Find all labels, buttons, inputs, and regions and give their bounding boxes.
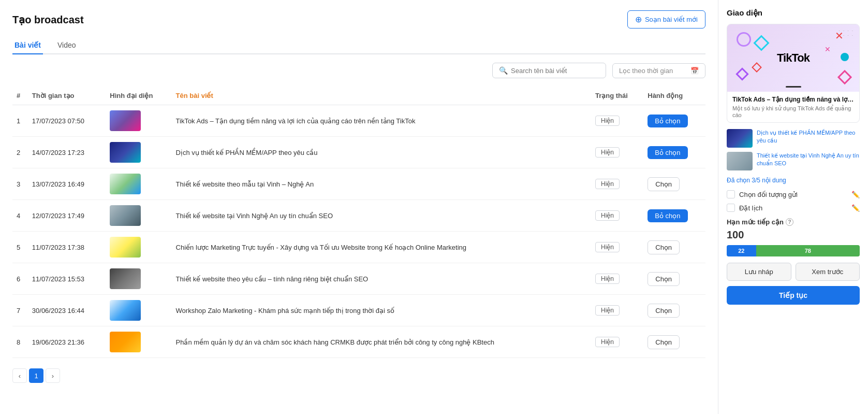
cell-thumb bbox=[106, 263, 171, 295]
mini-thumb-1 bbox=[727, 129, 753, 148]
mini-item-1: Dịch vụ thiết kế PHẦN MỀM/APP theo yêu c… bbox=[727, 129, 860, 148]
edit-icon-2[interactable]: ✏️ bbox=[851, 204, 860, 212]
cell-num: 1 bbox=[12, 105, 28, 137]
select-button[interactable]: Chọn bbox=[648, 304, 680, 318]
option-row-2: Đặt lịch ✏️ bbox=[727, 204, 860, 212]
date-filter[interactable]: Lọc theo thời gian 📅 bbox=[612, 63, 705, 78]
thumbnail bbox=[110, 142, 141, 163]
mini-thumb-2 bbox=[727, 152, 753, 170]
reach-label: Hạn mức tiếp cận ? bbox=[727, 218, 860, 226]
tabs: Bài viết Video bbox=[12, 37, 705, 54]
reach-bar-segment-1: 22 bbox=[727, 245, 756, 256]
cell-num: 2 bbox=[12, 137, 28, 168]
cell-action: Chọn bbox=[643, 263, 705, 295]
page-header: Tạo broadcast ⊕ Soạn bài viết mới bbox=[12, 10, 705, 28]
reach-help-icon[interactable]: ? bbox=[786, 218, 793, 226]
search-input[interactable] bbox=[511, 67, 594, 75]
tab-posts[interactable]: Bài viết bbox=[12, 37, 43, 54]
reach-bar: 22 78 bbox=[727, 245, 860, 256]
checkbox-recipients[interactable] bbox=[727, 190, 735, 198]
posts-table: # Thời gian tạo Hình đại diện Tên bài vi… bbox=[12, 87, 705, 358]
search-box: 🔍 bbox=[492, 63, 606, 78]
deselect-button[interactable]: Bỏ chọn bbox=[648, 115, 687, 127]
preview-card-body: TikTok Ads – Tận dụng tiềm năng và lợi í… bbox=[727, 92, 859, 122]
cell-date: 17/07/2023 07:50 bbox=[28, 105, 106, 137]
page-title: Tạo broadcast bbox=[12, 13, 84, 26]
preview-image: ✕ ✕ · · · ·· · · · TikTok bbox=[727, 24, 859, 92]
select-button[interactable]: Chọn bbox=[648, 272, 680, 286]
table-row: 8 19/06/2023 21:36 Phần mềm quản lý dự á… bbox=[12, 326, 705, 358]
table-row: 3 13/07/2023 16:49 Thiết kế website theo… bbox=[12, 168, 705, 200]
status-badge: Hiện bbox=[595, 337, 620, 347]
select-button[interactable]: Chọn bbox=[648, 177, 680, 191]
new-post-label: Soạn bài viết mới bbox=[645, 16, 698, 23]
reach-value: 100 bbox=[727, 229, 860, 241]
cell-status: Hiện bbox=[591, 232, 643, 263]
reach-section: Hạn mức tiếp cận ? 100 22 78 bbox=[727, 218, 860, 256]
deselect-button[interactable]: Bỏ chọn bbox=[648, 209, 687, 222]
cell-action: Chọn bbox=[643, 168, 705, 200]
tab-video[interactable]: Video bbox=[55, 37, 78, 54]
select-button[interactable]: Chọn bbox=[648, 240, 680, 254]
cell-title: Chiến lược Marketing Trực tuyến - Xây dự… bbox=[172, 232, 591, 263]
col-num: # bbox=[12, 87, 28, 105]
edit-icon-1[interactable]: ✏️ bbox=[851, 191, 860, 198]
table-row: 2 14/07/2023 17:23 Dịch vụ thiết kế PHẦN… bbox=[12, 137, 705, 168]
thumbnail bbox=[110, 237, 141, 258]
selected-count: Đã chọn 3/5 nội dung bbox=[727, 177, 860, 184]
cell-status: Hiện bbox=[591, 168, 643, 200]
cell-date: 12/07/2023 17:49 bbox=[28, 200, 106, 232]
preview-card: ✕ ✕ · · · ·· · · · TikTok TikTok Ads – T… bbox=[727, 24, 860, 123]
next-page-btn[interactable]: › bbox=[46, 368, 60, 383]
mini-item-2: Thiết kế website tại Vinh Nghệ An uy tín… bbox=[727, 152, 860, 170]
cell-status: Hiện bbox=[591, 295, 643, 326]
sidebar: Giao diện ✕ ✕ · · · ·· · · · TikTok bbox=[718, 0, 868, 414]
preview-button[interactable]: Xem trước bbox=[796, 263, 860, 281]
toolbar: 🔍 Lọc theo thời gian 📅 bbox=[12, 63, 705, 78]
sidebar-title: Giao diện bbox=[727, 8, 860, 18]
checkbox-schedule[interactable] bbox=[727, 204, 735, 212]
cell-date: 30/06/2023 16:44 bbox=[28, 295, 106, 326]
prev-page-btn[interactable]: ‹ bbox=[12, 368, 27, 383]
status-badge: Hiện bbox=[595, 305, 620, 316]
cell-action: Chọn bbox=[643, 295, 705, 326]
calendar-icon: 📅 bbox=[690, 67, 699, 75]
main-content: Tạo broadcast ⊕ Soạn bài viết mới Bài vi… bbox=[0, 0, 718, 414]
cell-num: 4 bbox=[12, 200, 28, 232]
cell-date: 11/07/2023 17:38 bbox=[28, 232, 106, 263]
reach-bar-segment-2: 78 bbox=[756, 245, 860, 256]
cell-num: 8 bbox=[12, 326, 28, 358]
mini-text-2: Thiết kế website tại Vinh Nghệ An uy tín… bbox=[757, 152, 860, 168]
plus-icon: ⊕ bbox=[635, 15, 642, 24]
preview-card-subtitle: Một số lưu ý khi sử dụng TikTok Ads để q… bbox=[732, 105, 854, 118]
save-draft-button[interactable]: Lưu nháp bbox=[727, 263, 791, 281]
status-badge: Hiện bbox=[595, 210, 620, 221]
table-row: 6 11/07/2023 15:53 Thiết kế website theo… bbox=[12, 263, 705, 295]
cell-thumb bbox=[106, 295, 171, 326]
pagination: ‹ 1 › bbox=[12, 368, 705, 383]
cell-status: Hiện bbox=[591, 137, 643, 168]
new-post-button[interactable]: ⊕ Soạn bài viết mới bbox=[627, 10, 705, 28]
status-badge: Hiện bbox=[595, 274, 620, 284]
cell-thumb bbox=[106, 168, 171, 200]
deselect-button[interactable]: Bỏ chọn bbox=[648, 146, 687, 159]
table-row: 1 17/07/2023 07:50 TikTok Ads – Tận dụng… bbox=[12, 105, 705, 137]
select-button[interactable]: Chọn bbox=[648, 335, 680, 349]
cell-num: 6 bbox=[12, 263, 28, 295]
col-date: Thời gian tạo bbox=[28, 87, 106, 105]
cell-action: Bỏ chọn bbox=[643, 105, 705, 137]
cell-title: TikTok Ads – Tận dụng tiềm năng và lợi í… bbox=[172, 105, 591, 137]
page-1-btn[interactable]: 1 bbox=[29, 368, 43, 383]
table-row: 4 12/07/2023 17:49 Thiết kế website tại … bbox=[12, 200, 705, 232]
cell-action: Bỏ chọn bbox=[643, 200, 705, 232]
table-row: 5 11/07/2023 17:38 Chiến lược Marketing … bbox=[12, 232, 705, 263]
cell-date: 13/07/2023 16:49 bbox=[28, 168, 106, 200]
table-row: 7 30/06/2023 16:44 Workshop Zalo Marketi… bbox=[12, 295, 705, 326]
cell-date: 19/06/2023 21:36 bbox=[28, 326, 106, 358]
action-buttons: Lưu nháp Xem trước bbox=[727, 263, 860, 281]
thumbnail bbox=[110, 300, 141, 321]
col-action: Hành động bbox=[643, 87, 705, 105]
cell-title: Phần mềm quản lý dự án và chăm sóc khách… bbox=[172, 326, 591, 358]
thumbnail bbox=[110, 332, 141, 352]
continue-button[interactable]: Tiếp tục bbox=[727, 286, 860, 305]
